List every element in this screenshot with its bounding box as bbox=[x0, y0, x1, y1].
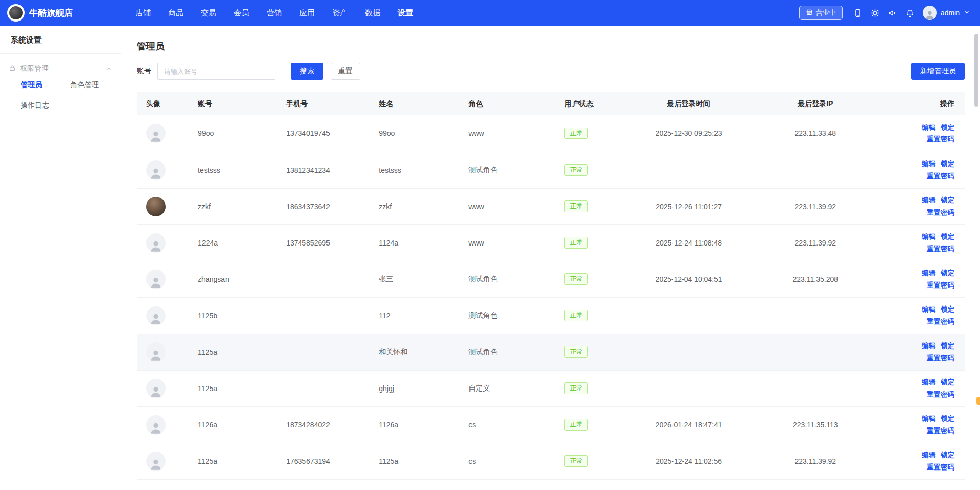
nav-item-营销[interactable]: 营销 bbox=[258, 0, 291, 26]
table-row: 1125a ghjgj 自定义 正常 编辑 锁定 重置密码 bbox=[137, 370, 965, 406]
cell-last-login-ip bbox=[735, 297, 896, 334]
header-last-login-ip: 最后登录IP bbox=[735, 92, 896, 115]
edit-link[interactable]: 编辑 bbox=[922, 194, 935, 207]
cell-status: 正常 bbox=[564, 406, 642, 443]
status-badge: 正常 bbox=[564, 237, 588, 248]
lock-link[interactable]: 锁定 bbox=[941, 413, 954, 425]
reset-password-link[interactable]: 重置密码 bbox=[927, 316, 954, 328]
edit-link[interactable]: 编辑 bbox=[922, 449, 935, 461]
cell-actions: 编辑 锁定 重置密码 bbox=[896, 188, 965, 224]
cell-status: 正常 bbox=[564, 188, 642, 224]
cell-name: ghjgj bbox=[379, 370, 468, 406]
floating-widget[interactable] bbox=[976, 397, 980, 405]
cell-name: zzkf bbox=[379, 188, 468, 224]
reset-password-link[interactable]: 重置密码 bbox=[927, 279, 954, 292]
edit-link[interactable]: 编辑 bbox=[922, 303, 935, 316]
cell-last-login-ip: 223.11.33.48 bbox=[735, 115, 896, 152]
edit-link[interactable]: 编辑 bbox=[922, 413, 935, 425]
avatar bbox=[146, 379, 166, 398]
cell-phone: 18734284022 bbox=[286, 406, 379, 443]
cell-account: 1125a bbox=[198, 443, 286, 479]
nav-item-应用[interactable]: 应用 bbox=[291, 0, 323, 26]
cell-status: 正常 bbox=[564, 297, 642, 334]
edit-link[interactable]: 编辑 bbox=[922, 376, 935, 389]
nav-item-会员[interactable]: 会员 bbox=[225, 0, 258, 26]
topbar-right: 营业中 admin bbox=[799, 6, 970, 20]
nav-item-交易[interactable]: 交易 bbox=[192, 0, 225, 26]
cell-phone: 18634373642 bbox=[286, 188, 379, 224]
reset-password-link[interactable]: 重置密码 bbox=[927, 133, 954, 146]
cell-account: 1224a bbox=[198, 224, 286, 261]
cell-last-login-time bbox=[643, 297, 735, 334]
cell-avatar bbox=[137, 406, 198, 443]
add-admin-button[interactable]: 新增管理员 bbox=[911, 63, 965, 80]
cell-last-login-time: 2025-12-26 11:01:27 bbox=[643, 188, 735, 224]
edit-link[interactable]: 编辑 bbox=[922, 267, 935, 279]
table-row: 1125b 112 测试角色 正常 编辑 锁定 重置密码 bbox=[137, 297, 965, 334]
reset-password-link[interactable]: 重置密码 bbox=[927, 352, 954, 364]
sidebar-title: 系统设置 bbox=[0, 26, 121, 54]
nav-item-店铺[interactable]: 店铺 bbox=[127, 0, 159, 26]
cell-actions: 编辑 锁定 重置密码 bbox=[896, 224, 965, 261]
status-badge: 正常 bbox=[564, 455, 588, 466]
reset-button[interactable]: 重置 bbox=[331, 63, 360, 80]
avatar bbox=[146, 452, 166, 471]
nav-item-商品[interactable]: 商品 bbox=[159, 0, 192, 26]
scrollbar-thumb[interactable] bbox=[974, 34, 978, 107]
cell-actions: 编辑 锁定 重置密码 bbox=[896, 334, 965, 370]
edit-link[interactable]: 编辑 bbox=[922, 231, 935, 243]
lock-link[interactable]: 锁定 bbox=[941, 303, 954, 316]
lock-link[interactable]: 锁定 bbox=[941, 340, 954, 352]
edit-link[interactable]: 编辑 bbox=[922, 340, 935, 352]
lock-link[interactable]: 锁定 bbox=[941, 267, 954, 279]
nav-item-设置[interactable]: 设置 bbox=[389, 0, 422, 26]
search-button[interactable]: 搜索 bbox=[291, 63, 323, 80]
broadcast-icon[interactable] bbox=[888, 8, 898, 18]
reset-password-link[interactable]: 重置密码 bbox=[927, 425, 954, 437]
status-badge: 正常 bbox=[564, 273, 588, 284]
bell-icon[interactable] bbox=[905, 8, 915, 18]
nav-item-数据[interactable]: 数据 bbox=[356, 0, 389, 26]
nav-item-资产[interactable]: 资产 bbox=[323, 0, 356, 26]
cell-name: 张三 bbox=[379, 261, 468, 297]
cell-avatar bbox=[137, 334, 198, 370]
reset-password-link[interactable]: 重置密码 bbox=[927, 389, 954, 401]
edit-link[interactable]: 编辑 bbox=[922, 121, 935, 134]
avatar bbox=[146, 342, 166, 362]
sidebar-item-角色管理[interactable]: 角色管理 bbox=[70, 80, 121, 90]
account-input[interactable] bbox=[157, 63, 275, 80]
reset-password-link[interactable]: 重置密码 bbox=[927, 243, 954, 255]
reset-password-link[interactable]: 重置密码 bbox=[927, 207, 954, 219]
business-status-button[interactable]: 营业中 bbox=[799, 6, 843, 20]
cell-last-login-time: 2025-12-24 11:08:48 bbox=[643, 224, 735, 261]
status-badge: 正常 bbox=[564, 346, 588, 357]
brand: 牛酷旗舰店 bbox=[0, 4, 121, 22]
lock-link[interactable]: 锁定 bbox=[941, 121, 954, 134]
edit-link[interactable]: 编辑 bbox=[922, 158, 935, 170]
mobile-icon[interactable] bbox=[853, 8, 863, 18]
cell-account: testsss bbox=[198, 152, 286, 188]
reset-password-link[interactable]: 重置密码 bbox=[927, 170, 954, 182]
cell-role: 测试角色 bbox=[468, 152, 564, 188]
lock-link[interactable]: 锁定 bbox=[941, 231, 954, 243]
sidebar: 系统设置 权限管理 管理员角色管理操作日志 bbox=[0, 26, 121, 490]
cell-role: cs bbox=[468, 406, 564, 443]
cell-last-login-ip: 223.11.39.92 bbox=[735, 224, 896, 261]
sidebar-item-操作日志[interactable]: 操作日志 bbox=[21, 101, 70, 110]
lock-link[interactable]: 锁定 bbox=[941, 158, 954, 170]
cell-avatar bbox=[137, 370, 198, 406]
table-row: 1224a 13745852695 1124a www 正常 2025-12-2… bbox=[137, 224, 965, 261]
user-avatar bbox=[923, 6, 937, 20]
gear-icon[interactable] bbox=[870, 8, 881, 18]
menu-group-permissions[interactable]: 权限管理 bbox=[0, 54, 121, 80]
store-logo-icon bbox=[7, 4, 25, 22]
reset-password-link[interactable]: 重置密码 bbox=[927, 461, 954, 474]
lock-link[interactable]: 锁定 bbox=[941, 449, 954, 461]
lock-link[interactable]: 锁定 bbox=[941, 376, 954, 389]
lock-link[interactable]: 锁定 bbox=[941, 194, 954, 207]
avatar bbox=[146, 415, 166, 435]
cell-avatar bbox=[137, 297, 198, 334]
user-menu[interactable]: admin bbox=[923, 6, 970, 20]
cell-role: 自定义 bbox=[468, 370, 564, 406]
sidebar-item-管理员[interactable]: 管理员 bbox=[21, 80, 70, 90]
